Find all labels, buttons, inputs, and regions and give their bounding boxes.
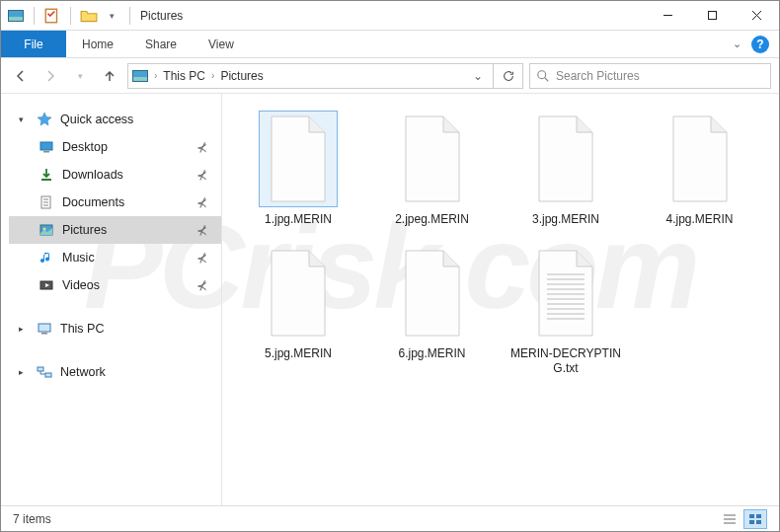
statusbar: 7 items [1, 505, 779, 531]
forward-button[interactable] [39, 64, 62, 88]
breadcrumb-segment[interactable]: This PC [163, 69, 205, 83]
file-item[interactable]: 2.jpeg.MERIN [372, 112, 493, 228]
star-icon [37, 112, 52, 127]
chevron-right-icon: ▸ [19, 324, 27, 334]
pin-icon: ⊀ [196, 278, 207, 293]
sidebar-item-label: Desktop [62, 140, 108, 154]
file-thumbnail [394, 112, 471, 206]
downloads-icon [39, 167, 54, 183]
file-name: MERIN-DECRYPTING.txt [507, 346, 625, 377]
separator [70, 7, 71, 25]
sidebar: ▾ Quick access Desktop⊀Downloads⊀Documen… [1, 94, 222, 505]
sidebar-item-documents[interactable]: Documents⊀ [9, 189, 221, 216]
svg-rect-18 [41, 333, 47, 335]
desktop-icon [39, 139, 54, 155]
titlebar: ▾ Pictures [1, 1, 779, 31]
tab-share[interactable]: Share [129, 31, 193, 57]
search-icon [536, 69, 550, 83]
search-input[interactable]: Search Pictures [529, 63, 771, 89]
svg-rect-19 [38, 367, 43, 371]
file-name: 5.jpg.MERIN [265, 346, 332, 362]
ribbon: File Home Share View ⌄ ? [1, 31, 779, 58]
maximize-button[interactable] [690, 1, 735, 31]
back-button[interactable] [9, 64, 33, 88]
chevron-down-icon: ▾ [19, 114, 27, 124]
videos-icon [39, 277, 54, 293]
details-view-button[interactable] [718, 509, 741, 529]
pc-icon [37, 321, 52, 337]
file-item[interactable]: MERIN-DECRYPTING.txt [506, 246, 626, 377]
address-dropdown-icon[interactable]: ⌄ [467, 69, 489, 83]
address-bar[interactable]: › This PC › Pictures ⌄ [127, 63, 494, 89]
search-placeholder: Search Pictures [556, 69, 640, 83]
sidebar-item-label: Quick access [60, 113, 133, 126]
file-thumbnail [527, 112, 604, 206]
separator [34, 7, 35, 25]
sidebar-item-videos[interactable]: Videos⊀ [9, 271, 221, 299]
file-thumbnail [260, 112, 337, 206]
sidebar-this-pc[interactable]: ▸ This PC [9, 315, 221, 342]
refresh-button[interactable] [494, 63, 523, 89]
file-item[interactable]: 3.jpg.MERIN [506, 112, 626, 228]
svg-rect-8 [43, 151, 49, 153]
file-item[interactable]: 1.jpg.MERIN [238, 112, 358, 228]
pin-icon: ⊀ [196, 223, 207, 238]
chevron-right-icon: ▸ [19, 367, 27, 377]
svg-rect-34 [749, 514, 754, 518]
tab-home[interactable]: Home [66, 31, 129, 57]
svg-rect-17 [39, 324, 50, 332]
svg-rect-36 [749, 520, 754, 524]
qat-dropdown-icon[interactable]: ▾ [103, 7, 120, 25]
svg-line-6 [545, 77, 549, 81]
sidebar-item-label: Documents [62, 195, 124, 209]
tab-view[interactable]: View [193, 31, 250, 57]
file-item[interactable]: 6.jpg.MERIN [372, 246, 493, 377]
minimize-button[interactable] [646, 1, 690, 31]
chevron-right-icon[interactable]: › [209, 70, 216, 81]
breadcrumb-segment[interactable]: Pictures [220, 69, 263, 83]
folder-qat-icon[interactable] [80, 7, 98, 25]
pin-icon: ⊀ [196, 251, 207, 266]
file-item[interactable]: 4.jpg.MERIN [640, 112, 760, 228]
thumbnails-view-button[interactable] [743, 509, 767, 529]
sidebar-item-downloads[interactable]: Downloads⊀ [9, 161, 221, 189]
file-thumbnail [394, 246, 471, 341]
properties-qat-icon[interactable] [43, 7, 61, 25]
close-button[interactable] [735, 1, 779, 31]
sidebar-item-music[interactable]: Music⊀ [9, 244, 221, 271]
pin-icon: ⊀ [196, 168, 207, 183]
file-pane[interactable]: 1.jpg.MERIN2.jpeg.MERIN3.jpg.MERIN4.jpg.… [222, 94, 779, 505]
sidebar-item-desktop[interactable]: Desktop⊀ [9, 133, 221, 161]
file-name: 4.jpg.MERIN [665, 212, 733, 228]
status-count: 7 items [13, 512, 51, 526]
svg-rect-7 [40, 142, 52, 150]
navbar: ▾ › This PC › Pictures ⌄ Search Pictures [1, 58, 779, 94]
window-title: Pictures [140, 9, 183, 23]
sidebar-item-label: Music [62, 251, 95, 265]
pictures-icon [132, 68, 148, 84]
music-icon [39, 250, 54, 266]
file-item[interactable]: 5.jpg.MERIN [238, 246, 358, 377]
recent-dropdown-icon[interactable]: ▾ [68, 64, 92, 88]
svg-point-5 [538, 70, 546, 78]
sidebar-quick-access[interactable]: ▾ Quick access [9, 106, 221, 133]
chevron-right-icon[interactable]: › [152, 70, 159, 81]
pin-icon: ⊀ [196, 140, 207, 155]
expand-ribbon-icon[interactable]: ⌄ [733, 38, 741, 50]
file-name: 3.jpg.MERIN [532, 212, 599, 228]
file-thumbnail [662, 112, 739, 206]
file-tab[interactable]: File [1, 31, 66, 57]
sidebar-item-label: Pictures [62, 223, 107, 237]
documents-icon [39, 194, 54, 210]
network-icon [37, 364, 52, 380]
sidebar-network[interactable]: ▸ Network [9, 358, 221, 386]
help-icon[interactable]: ? [751, 36, 769, 53]
pin-icon: ⊀ [196, 195, 207, 210]
file-name: 2.jpeg.MERIN [395, 212, 469, 228]
sidebar-item-pictures[interactable]: Pictures⊀ [9, 216, 221, 244]
up-button[interactable] [98, 64, 121, 88]
sidebar-item-label: Downloads [62, 168, 123, 182]
sidebar-item-label: Videos [62, 278, 100, 292]
explorer-icon [7, 7, 25, 25]
file-thumbnail [527, 246, 604, 341]
